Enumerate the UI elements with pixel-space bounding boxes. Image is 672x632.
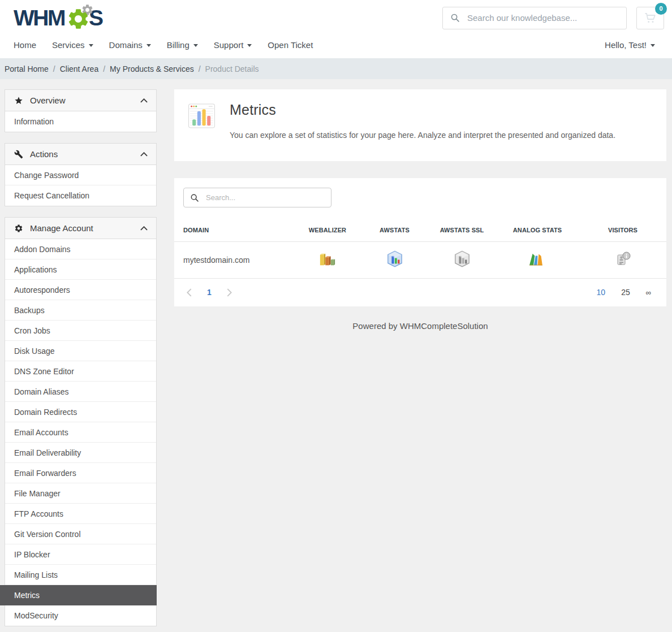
webalizer-icon[interactable]	[318, 250, 337, 270]
metrics-table-panel: DOMAIN WEBALIZER AWSTATS AWSTATS SSL ANA…	[174, 178, 666, 306]
column-header-awstats-ssl: AWSTATS SSL	[428, 221, 496, 242]
sidebar-item-domain-aliases[interactable]: Domain Aliases	[5, 382, 156, 402]
chevron-up-icon	[140, 98, 148, 103]
chevron-left-icon[interactable]	[187, 288, 192, 297]
main-content: Metrics You can explore a set of statist…	[174, 89, 666, 342]
column-header-webalizer: WEBALIZER	[294, 221, 361, 242]
table-search	[183, 188, 331, 207]
sidebar-item-cron-jobs[interactable]: Cron Jobs	[5, 321, 156, 341]
table-row: mytestdomain.com	[174, 242, 666, 278]
search-icon	[450, 13, 460, 23]
sidebar-item-git-version-control[interactable]: Git Version Control	[5, 524, 156, 544]
page-description: You can explore a set of statistics for …	[230, 131, 615, 140]
sidebar-item-ip-blocker[interactable]: IP Blocker	[5, 544, 156, 565]
search-icon	[190, 193, 199, 202]
panel-header-actions[interactable]: Actions	[5, 144, 156, 165]
panel-header-manage-account[interactable]: Manage Account	[5, 218, 156, 239]
cart-icon	[644, 12, 657, 24]
sidebar-item-change-password[interactable]: Change Password	[5, 165, 156, 185]
chevron-down-icon	[247, 44, 252, 47]
star-icon	[14, 96, 23, 105]
large-gear-icon	[66, 7, 91, 31]
sidebar-panel-overview: Overview Information	[5, 89, 157, 132]
wrench-icon	[14, 150, 23, 159]
column-header-analog-stats: ANALOG STATS	[496, 221, 579, 242]
sidebar-item-disk-usage[interactable]: Disk Usage	[5, 341, 156, 361]
breadcrumb-client-area[interactable]: Client Area	[60, 64, 98, 73]
awstats-icon[interactable]	[386, 250, 403, 270]
breadcrumb: Portal Home / Client Area / My Products …	[0, 58, 672, 79]
sidebar-item-email-deliverability[interactable]: Email Deliverability	[5, 443, 156, 463]
chevron-right-icon[interactable]	[227, 288, 232, 297]
domain-cell: mytestdomain.com	[174, 242, 294, 278]
sidebar-item-applications[interactable]: Applications	[5, 259, 156, 280]
breadcrumb-current: Product Details	[205, 64, 259, 73]
chevron-down-icon	[89, 44, 93, 47]
table-search-input[interactable]	[205, 193, 325, 202]
sidebar-item-modsecurity[interactable]: ModSecurity	[5, 605, 156, 626]
nav-item-support[interactable]: Support	[214, 40, 252, 50]
sidebar-item-information[interactable]: Information	[5, 111, 156, 132]
knowledgebase-search	[442, 7, 627, 29]
page-title: Metrics	[230, 102, 615, 118]
page-size-25[interactable]: 25	[621, 288, 630, 297]
pagination: 1 10 25 ∞	[174, 278, 666, 306]
sidebar-item-addon-domains[interactable]: Addon Domains	[5, 239, 156, 259]
nav-item-home[interactable]: Home	[14, 40, 36, 50]
nav-item-domains[interactable]: Domains	[109, 40, 151, 50]
analog-stats-icon[interactable]	[528, 251, 546, 269]
sidebar-item-request-cancellation[interactable]: Request Cancellation	[5, 185, 156, 206]
page-header-panel: Metrics You can explore a set of statist…	[174, 89, 666, 161]
breadcrumb-portal-home[interactable]: Portal Home	[5, 64, 49, 73]
nav-item-open-ticket[interactable]: Open Ticket	[268, 40, 313, 50]
nav-item-services[interactable]: Services	[52, 40, 93, 50]
metrics-table: DOMAIN WEBALIZER AWSTATS AWSTATS SSL ANA…	[174, 221, 666, 278]
sidebar-item-ftp-accounts[interactable]: FTP Accounts	[5, 504, 156, 524]
page-size-10[interactable]: 10	[597, 288, 606, 297]
sidebar-item-autoresponders[interactable]: Autoresponders	[5, 280, 156, 300]
column-header-awstats: AWSTATS	[361, 221, 428, 242]
gears-logo-icon	[66, 5, 93, 31]
visitors-icon[interactable]	[614, 250, 632, 270]
column-header-domain: DOMAIN	[174, 221, 294, 242]
chevron-up-icon	[140, 152, 148, 157]
chevron-up-icon	[140, 226, 148, 231]
whmcs-logo[interactable]: WHM S	[14, 5, 102, 31]
column-header-visitors: VISITORS	[579, 221, 666, 242]
cart-count-badge: 0	[655, 3, 667, 15]
panel-header-overview[interactable]: Overview	[5, 90, 156, 111]
awstats-ssl-icon[interactable]	[454, 250, 471, 270]
sidebar-item-file-manager[interactable]: File Manager	[5, 483, 156, 504]
sidebar-panel-manage-account: Manage Account Addon Domains Application…	[5, 217, 157, 626]
sidebar-item-mailing-lists[interactable]: Mailing Lists	[5, 565, 156, 585]
metrics-chart-icon	[188, 102, 216, 130]
user-menu[interactable]: Hello, Test!	[605, 40, 655, 50]
knowledgebase-search-input[interactable]	[466, 12, 619, 23]
pagination-page-1[interactable]: 1	[207, 288, 212, 297]
footer: Powered by WHMCompleteSolution	[174, 306, 666, 342]
masthead: WHM S 0	[0, 0, 672, 31]
logo-text-whm: WHM	[14, 7, 64, 29]
nav-item-billing[interactable]: Billing	[167, 40, 198, 50]
chevron-down-icon	[193, 44, 198, 47]
sidebar-item-dns-zone-editor[interactable]: DNS Zone Editor	[5, 361, 156, 382]
sidebar-item-email-forwarders[interactable]: Email Forwarders	[5, 463, 156, 483]
sidebar: Overview Information Actions Change Pass…	[5, 89, 157, 632]
gear-icon	[14, 224, 23, 233]
sidebar-item-backups[interactable]: Backups	[5, 300, 156, 321]
powered-by-link[interactable]: Powered by WHMCompleteSolution	[352, 321, 488, 331]
sidebar-item-domain-redirects[interactable]: Domain Redirects	[5, 402, 156, 422]
cart-button[interactable]: 0	[636, 7, 664, 29]
main-nav: Home Services Domains Billing Support Op…	[0, 31, 672, 58]
breadcrumb-my-products[interactable]: My Products & Services	[110, 64, 194, 73]
page-size-all[interactable]: ∞	[646, 288, 651, 297]
sidebar-item-metrics[interactable]: Metrics	[0, 585, 157, 605]
sidebar-panel-actions: Actions Change Password Request Cancella…	[5, 143, 157, 206]
sidebar-item-email-accounts[interactable]: Email Accounts	[5, 422, 156, 443]
chevron-down-icon	[651, 44, 655, 47]
chevron-down-icon	[147, 44, 151, 47]
